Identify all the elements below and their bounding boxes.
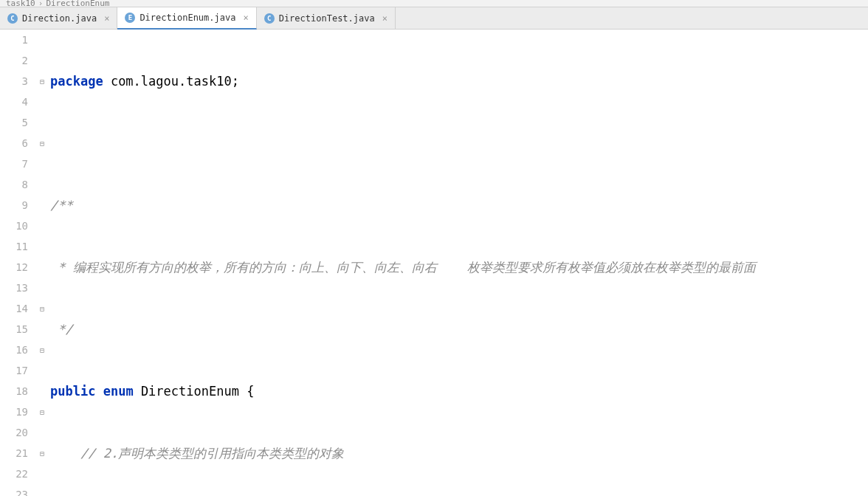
code-line: package com.lagou.task10;: [50, 71, 868, 92]
code-line: * 编程实现所有方向的枚举，所有的方向：向上、向下、向左、向右 枚举类型要求所有…: [50, 257, 868, 278]
line-number[interactable]: 11: [0, 236, 28, 257]
tab-direction-enum[interactable]: E DirectionEnum.java ×: [117, 7, 256, 30]
close-icon[interactable]: ×: [243, 13, 248, 23]
line-number[interactable]: 4: [0, 92, 28, 112]
close-icon[interactable]: ×: [104, 13, 109, 24]
line-number[interactable]: 8: [0, 174, 28, 195]
enum-icon: E: [125, 13, 135, 23]
line-number[interactable]: 5: [0, 112, 28, 133]
close-icon[interactable]: ×: [382, 13, 388, 24]
line-number[interactable]: 22: [0, 464, 28, 484]
line-number[interactable]: 19: [0, 402, 28, 422]
fold-icon[interactable]: ⊟: [37, 402, 47, 422]
code-content[interactable]: package com.lagou.task10; /** * 编程实现所有方向…: [47, 30, 868, 496]
class-icon: C: [7, 13, 18, 24]
code-line: /**: [50, 195, 868, 216]
code-editor[interactable]: 1 2 3 4 5 6 7 8 9 10 11 12 13 14 15 16 1…: [0, 30, 868, 496]
tab-direction[interactable]: C Direction.java ×: [0, 7, 117, 29]
tab-direction-test[interactable]: C DirectionTest.java ×: [257, 7, 396, 29]
breadcrumb: task10 › DirectionEnum: [0, 0, 868, 7]
class-icon: C: [264, 13, 275, 24]
code-line: // 2.声明本类类型的引用指向本类类型的对象: [50, 443, 868, 464]
line-number[interactable]: 14: [0, 298, 28, 319]
fold-icon[interactable]: ⊟: [37, 443, 47, 464]
fold-icon[interactable]: ⊟: [37, 133, 47, 154]
code-line: */: [50, 319, 868, 340]
editor-tabs: C Direction.java × E DirectionEnum.java …: [0, 7, 868, 30]
line-number[interactable]: 15: [0, 319, 28, 340]
line-number[interactable]: 3: [0, 71, 28, 92]
code-line: public enum DirectionEnum {: [50, 381, 868, 402]
fold-icon[interactable]: ⊟: [37, 71, 47, 92]
line-number[interactable]: 21: [0, 443, 28, 464]
tab-label: Direction.java: [22, 13, 97, 24]
code-line: [50, 133, 868, 154]
line-number[interactable]: 18: [0, 381, 28, 402]
fold-icon[interactable]: ⊟: [37, 340, 47, 360]
line-number[interactable]: 23: [0, 484, 28, 496]
line-number[interactable]: 1: [0, 30, 28, 50]
line-number[interactable]: 7: [0, 154, 28, 174]
line-number[interactable]: 10: [0, 216, 28, 236]
line-number[interactable]: 2: [0, 50, 28, 71]
line-number[interactable]: 6: [0, 133, 28, 154]
fold-column: ⊟ ⊟ ⊟ ⊟ ⊟ ⊟: [37, 30, 47, 496]
tab-label: DirectionTest.java: [279, 13, 375, 24]
line-number[interactable]: 9: [0, 195, 28, 216]
line-gutter: 1 2 3 4 5 6 7 8 9 10 11 12 13 14 15 16 1…: [0, 30, 37, 496]
line-number[interactable]: 17: [0, 360, 28, 381]
line-number[interactable]: 12: [0, 257, 28, 278]
tab-label: DirectionEnum.java: [140, 13, 235, 23]
line-number[interactable]: 13: [0, 278, 28, 298]
fold-icon[interactable]: ⊟: [37, 298, 47, 319]
line-number[interactable]: 20: [0, 422, 28, 443]
line-number[interactable]: 16: [0, 340, 28, 360]
